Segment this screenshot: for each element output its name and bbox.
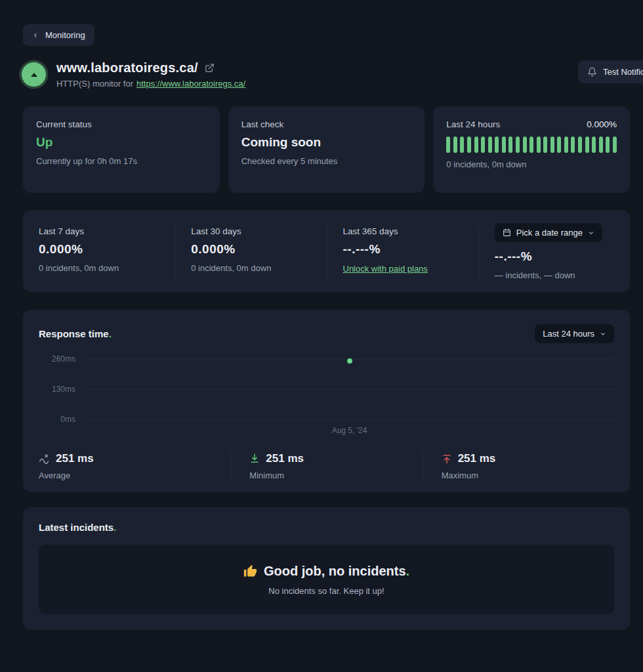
latest-incidents-title: Latest incidents.	[39, 522, 614, 533]
no-incidents-headline: Good job, no incidents.	[243, 564, 409, 579]
uptime-custom-value: --.---%	[495, 249, 614, 264]
subtitle-prefix: HTTP(S) monitor for	[56, 79, 133, 89]
chart-plot: 260ms 130ms 0ms	[85, 359, 614, 419]
monitor-header: www.laboratoiregs.ca/ HTTP(S) monitor fo…	[22, 60, 643, 89]
uptime-bar	[571, 136, 575, 153]
back-to-monitoring-button[interactable]: Monitoring	[23, 24, 94, 46]
current-status-label: Current status	[36, 119, 207, 129]
last-24-hours-card: Last 24 hours 0.000% 0 incidents, 0m dow…	[433, 106, 630, 193]
minimum-icon	[249, 453, 260, 464]
response-range-label: Last 24 hours	[543, 329, 594, 339]
last-check-label: Last check	[241, 119, 412, 129]
maximum-label: Maximum	[442, 471, 614, 480]
average-value: 251 ms	[56, 452, 94, 465]
maximum-stat: 251 ms Maximum	[423, 452, 614, 480]
y-tick-260ms: 260ms	[39, 354, 75, 364]
uptime-7d-label: Last 7 days	[39, 226, 159, 236]
uptime-ranges-panel: Last 7 days 0.000% 0 incidents, 0m down …	[23, 210, 630, 292]
uptime-30d-note: 0 incidents, 0m down	[191, 263, 310, 273]
uptime-365d-column: Last 365 days --.---% Unlock with paid p…	[327, 226, 478, 280]
no-incidents-subtext: No incidents so far. Keep it up!	[268, 586, 384, 596]
gridline-0ms	[85, 419, 614, 420]
uptime-bar	[523, 136, 527, 153]
uptime-365d-value: --.---%	[343, 242, 463, 257]
uptime-bar	[508, 136, 512, 153]
monitored-url-link[interactable]: https://www.laboratoiregs.ca/	[136, 79, 245, 89]
no-incidents-card: Good job, no incidents. No incidents so …	[39, 545, 614, 614]
test-notification-label: Test Notification	[603, 67, 643, 77]
y-tick-130ms: 130ms	[39, 385, 75, 394]
chevron-left-icon	[32, 32, 39, 39]
up-arrow-icon	[31, 73, 37, 77]
unlock-paid-plans-link[interactable]: Unlock with paid plans	[343, 264, 428, 274]
response-time-chart: 260ms 130ms 0ms Aug 5, '24	[39, 359, 614, 435]
uptime-bar	[516, 136, 520, 153]
bell-icon	[587, 67, 597, 77]
uptime-bar	[543, 136, 547, 153]
title-accent-dot: .	[114, 522, 116, 533]
status-up-avatar	[22, 62, 46, 87]
x-axis-label: Aug 5, '24	[85, 426, 614, 435]
uptime-30d-value: 0.000%	[191, 242, 310, 257]
uptime-7d-note: 0 incidents, 0m down	[39, 263, 159, 273]
uptime-bar	[585, 136, 589, 153]
uptime-30d-column: Last 30 days 0.000% 0 incidents, 0m down	[175, 226, 326, 280]
uptime-7d-value: 0.000%	[39, 242, 159, 257]
no-incidents-text: Good job, no incidents.	[264, 564, 409, 579]
chevron-down-icon	[588, 230, 594, 236]
uptime-bar	[474, 136, 478, 153]
last-check-value: Coming soon	[241, 135, 412, 150]
minimum-value: 251 ms	[266, 452, 304, 465]
monitor-subtitle: HTTP(S) monitor for https://www.laborato…	[56, 79, 245, 89]
average-stat: 251 ms Average	[39, 452, 230, 480]
uptime-bar	[453, 136, 457, 153]
uptime-bar	[606, 136, 610, 153]
page-title: www.laboratoiregs.ca/	[56, 60, 198, 75]
response-time-title: Response time.	[39, 328, 112, 339]
current-status-note: Currently up for 0h 0m 17s	[36, 156, 207, 166]
breadcrumb-label: Monitoring	[45, 30, 85, 40]
uptime-bar	[564, 136, 568, 153]
last-check-note: Checked every 5 minutes	[241, 156, 412, 166]
minimum-stat: 251 ms Minimum	[230, 452, 422, 480]
monitor-detail-page: Monitoring www.laboratoiregs.ca/ HTTP(S)…	[0, 0, 643, 672]
response-range-dropdown[interactable]: Last 24 hours	[535, 324, 614, 343]
uptime-custom-note: — incidents, — down	[495, 270, 614, 280]
average-label: Average	[39, 471, 230, 480]
uptime-bar	[578, 136, 582, 153]
title-accent-dot: .	[109, 328, 112, 339]
uptime-365d-label: Last 365 days	[343, 226, 463, 236]
response-stats-row: 251 ms Average 251 ms Minimum	[39, 451, 614, 480]
uptime-bar	[495, 136, 499, 153]
pick-date-range-label: Pick a date range	[516, 228, 583, 238]
current-status-value: Up	[36, 135, 207, 150]
pick-date-range-button[interactable]: Pick a date range	[495, 223, 602, 242]
calendar-icon	[503, 228, 511, 237]
minimum-label: Minimum	[249, 471, 422, 480]
uptime-bar	[550, 136, 554, 153]
last-check-card: Last check Coming soon Checked every 5 m…	[228, 106, 425, 193]
maximum-value: 251 ms	[458, 452, 496, 465]
thumbs-up-icon	[243, 564, 257, 578]
uptime-bar	[613, 136, 617, 153]
gridline-130ms	[85, 389, 614, 390]
maximum-icon	[442, 453, 452, 464]
y-tick-0ms: 0ms	[39, 415, 75, 424]
uptime-bar	[460, 136, 464, 153]
uptime-30d-label: Last 30 days	[191, 226, 310, 236]
last24-bars	[446, 136, 617, 153]
response-time-panel: Response time. Last 24 hours 260ms 130ms…	[23, 310, 630, 492]
test-notification-button[interactable]: Test Notification	[578, 60, 643, 83]
latest-incidents-panel: Latest incidents. Good job, no incidents…	[23, 507, 630, 630]
external-link-icon[interactable]	[205, 63, 215, 73]
uptime-bar	[481, 136, 485, 153]
uptime-bar	[592, 136, 596, 153]
uptime-bar	[529, 136, 533, 153]
last24-uptime-percent: 0.000%	[587, 119, 617, 129]
chart-point	[346, 358, 352, 364]
chevron-down-icon	[600, 331, 606, 337]
uptime-bar	[599, 136, 603, 153]
uptime-bar	[537, 136, 541, 153]
uptime-bar	[446, 136, 450, 153]
uptime-bar	[467, 136, 471, 153]
